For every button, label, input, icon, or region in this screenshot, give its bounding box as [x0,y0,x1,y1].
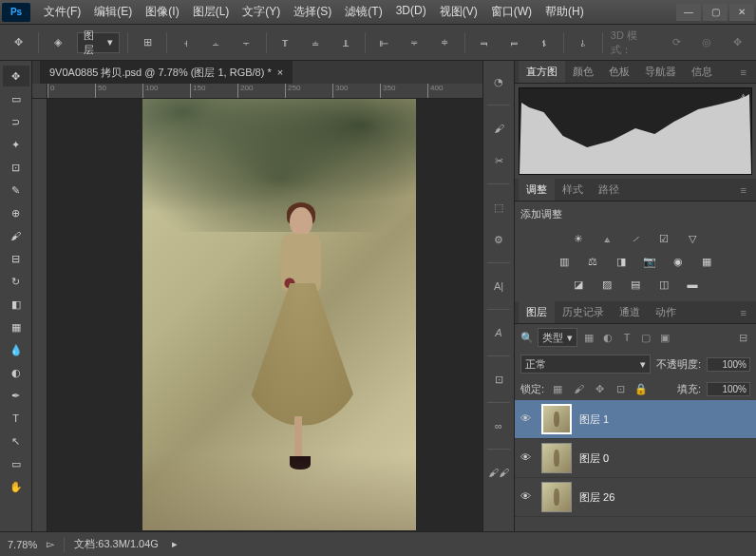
align-center-v-icon[interactable]: ⫨ [304,31,327,54]
menu-image[interactable]: 图像(I) [140,1,184,23]
layer-name[interactable]: 图层 0 [579,451,609,466]
menu-select[interactable]: 选择(S) [288,1,337,23]
align-center-h-icon[interactable]: ⫠ [205,31,228,54]
channel-mixer-icon[interactable]: ◉ [669,254,688,269]
visibility-icon[interactable]: 👁 [520,451,534,465]
crop-tool[interactable]: ⊡ [3,157,29,178]
brushes-icon[interactable]: 🖌 [485,115,512,142]
selective-color-icon[interactable]: ◫ [654,277,673,292]
color-lookup-icon[interactable]: ▦ [697,254,716,269]
character-icon[interactable]: A| [485,273,512,299]
vibrance-icon[interactable]: ▽ [683,231,702,246]
filter-smart-icon[interactable]: ▣ [657,330,672,345]
glyphs-icon[interactable]: A [485,319,512,346]
opacity-input[interactable]: 100% [707,357,750,372]
auto-select-dropdown[interactable]: 图层▾ [77,32,121,53]
hue-icon[interactable]: ▥ [555,254,574,269]
layer-thumbnail[interactable] [541,404,572,434]
close-tab-icon[interactable]: × [277,67,283,78]
panel-menu-icon[interactable]: ≡ [735,184,752,196]
align-right-icon[interactable]: ⫟ [236,31,258,54]
align-top-icon[interactable]: ⫪ [274,31,297,54]
align-bottom-icon[interactable]: ⫫ [334,31,357,54]
distribute-3-icon[interactable]: ⫩ [434,31,457,54]
canvas[interactable]: 050100150200250300350400 [32,84,482,531]
shape-tool[interactable]: ▭ [3,453,29,474]
visibility-icon[interactable]: 👁 [520,412,534,426]
blur-tool[interactable]: 💧 [3,339,29,360]
chevron-right-icon[interactable]: ▸ [172,538,178,550]
filter-adjustment-icon[interactable]: ◐ [600,330,615,345]
threshold-icon[interactable]: ▤ [626,277,645,292]
panel-menu-icon[interactable]: ≡ [735,307,752,318]
distribute-v-icon[interactable]: ⫧ [404,31,426,54]
visibility-icon[interactable]: 👁 [520,490,534,504]
transform-controls-icon[interactable]: ⊞ [136,31,159,54]
menu-help[interactable]: 帮助(H) [539,1,590,23]
zoom-level[interactable]: 7.78% [8,539,37,550]
lock-image-icon[interactable]: 🖌 [571,381,586,396]
menu-3d[interactable]: 3D(D) [390,1,432,23]
tab-styles[interactable]: 样式 [555,179,591,201]
brightness-icon[interactable]: ☀ [569,231,588,246]
tab-navigator[interactable]: 导航器 [637,61,684,83]
healing-tool[interactable]: ⊕ [3,202,29,223]
tab-adjustments[interactable]: 调整 [519,179,555,201]
menu-type[interactable]: 文字(Y) [236,1,286,23]
fill-input[interactable]: 100% [707,382,750,396]
type-tool[interactable]: T [3,408,29,429]
eraser-tool[interactable]: ◧ [3,294,29,315]
lock-all-icon[interactable]: 🔒 [633,381,649,396]
gradient-tool[interactable]: ▦ [3,316,29,337]
tab-info[interactable]: 信息 [684,61,720,83]
auto-select-icon[interactable]: ◈ [47,31,69,54]
distribute-h-icon[interactable]: ⫦ [373,31,396,54]
menu-layer[interactable]: 图层(L) [187,1,236,23]
hand-tool[interactable]: ✋ [3,476,29,497]
3d-panel-icon[interactable]: ⬚ [485,194,512,220]
colorpicker-icon[interactable]: ◔ [485,68,512,95]
eyedropper-tool[interactable]: ✎ [3,180,29,201]
lasso-tool[interactable]: ⊃ [3,111,29,132]
curves-icon[interactable]: ⟋ [626,231,645,246]
tab-layers[interactable]: 图层 [519,301,555,323]
layer-item[interactable]: 👁 图层 0 [515,439,756,478]
distribute-5-icon[interactable]: ⫭ [502,31,525,54]
magic-wand-tool[interactable]: ✦ [3,134,29,155]
tab-actions[interactable]: 动作 [648,301,684,323]
gradient-map-icon[interactable]: ▬ [683,277,702,292]
tab-paths[interactable]: 路径 [591,179,627,201]
distribute-space-icon[interactable]: ⫰ [572,31,595,54]
tab-color[interactable]: 颜色 [565,61,601,83]
align-left-icon[interactable]: ⫞ [175,31,198,54]
menu-window[interactable]: 窗口(W) [485,1,538,23]
close-button[interactable]: ✕ [729,4,754,21]
invert-icon[interactable]: ◪ [569,277,588,292]
layer-thumbnail[interactable] [541,443,572,473]
measure-icon[interactable]: ⊡ [485,366,512,393]
layer-name[interactable]: 图层 1 [579,412,609,427]
tab-channels[interactable]: 通道 [612,301,648,323]
layer-thumbnail[interactable] [541,482,572,512]
lock-position-icon[interactable]: ✥ [592,381,607,396]
stamp-tool[interactable]: ⊟ [3,248,29,269]
tool-presets-icon[interactable]: ✂ [485,147,512,174]
move-tool-icon[interactable]: ✥ [8,31,30,54]
distribute-6-icon[interactable]: ⫮ [533,31,556,54]
lock-transparent-icon[interactable]: ▦ [550,381,565,396]
distribute-4-icon[interactable]: ⫬ [473,31,496,54]
blend-mode-dropdown[interactable]: 正常▾ [520,355,651,374]
minimize-button[interactable]: — [676,4,701,21]
layer-item[interactable]: 👁 图层 26 [515,478,756,517]
bw-icon[interactable]: ◨ [612,254,631,269]
exposure-icon[interactable]: ☑ [654,231,673,246]
path-select-tool[interactable]: ↖ [3,431,29,451]
menu-view[interactable]: 视图(V) [434,1,483,23]
photo-filter-icon[interactable]: 📷 [640,254,659,269]
posterize-icon[interactable]: ▨ [597,277,616,292]
marquee-tool[interactable]: ▭ [3,88,29,109]
filter-shape-icon[interactable]: ▢ [638,330,653,345]
canvas-image[interactable] [142,99,416,530]
maximize-button[interactable]: ▢ [703,4,728,21]
document-tab[interactable]: 9V0A0885 拷贝.psd @ 7.78% (图层 1, RGB/8) * … [40,61,293,84]
